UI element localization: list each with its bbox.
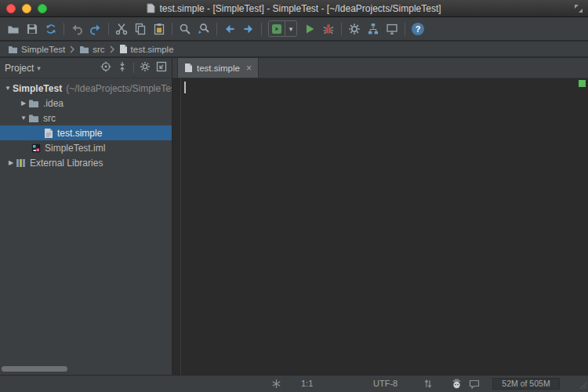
hide-panel-button[interactable] [156, 61, 167, 75]
magnifier-arrow-icon [198, 23, 210, 35]
window-title: test.simple - [SimpleTest] - SimpleTest … [159, 3, 441, 14]
breadcrumb-project[interactable]: SimpleTest [6, 45, 67, 54]
fullscreen-icon[interactable] [574, 4, 583, 13]
tree-row-test-simple[interactable]: test.simple [0, 125, 172, 140]
save-all-button[interactable] [23, 20, 42, 38]
memory-indicator[interactable]: 52M of 505M [492, 378, 560, 390]
editor-tab-bar: test.simple × [172, 58, 588, 78]
toolbar-separator [261, 23, 262, 35]
inspection-status-indicator[interactable] [579, 80, 586, 87]
tree-row-project-root[interactable]: ▼ SimpleTest (~/IdeaProjects/SimpleTest) [0, 81, 172, 96]
scroll-from-source-button[interactable] [100, 61, 111, 75]
cut-button[interactable] [112, 20, 131, 38]
settings-button[interactable] [345, 20, 364, 38]
export-button[interactable] [383, 20, 401, 38]
tab-label: test.simple [197, 64, 240, 73]
synchronize-button[interactable] [42, 20, 60, 38]
help-button[interactable]: ? [408, 20, 427, 38]
toolbar-separator [108, 23, 109, 35]
background-tasks-button[interactable] [271, 379, 281, 389]
copy-icon [134, 23, 147, 35]
library-icon [16, 158, 26, 168]
toolbar-separator [133, 63, 134, 73]
target-icon [100, 61, 111, 72]
monitor-icon [386, 23, 398, 35]
caret-position-label[interactable]: 1:1 [301, 376, 313, 392]
tree-row-external-libraries[interactable]: ▶ External Libraries [0, 155, 172, 170]
collapse-all-button[interactable] [117, 61, 128, 75]
forward-arrow-icon [242, 23, 255, 35]
zoom-window-button[interactable] [38, 4, 47, 13]
chevron-right-icon [110, 45, 114, 53]
editor-area: test.simple × [172, 58, 588, 375]
tree-row-src-folder[interactable]: ▼ src [0, 111, 172, 125]
hide-window-icon [156, 61, 167, 72]
breadcrumb-src[interactable]: src [78, 45, 106, 54]
bug-icon [322, 23, 335, 35]
undo-button[interactable] [67, 20, 86, 38]
tree-label: src [43, 113, 56, 124]
text-caret [184, 82, 186, 93]
collapse-all-icon [117, 61, 128, 72]
file-encoding-label[interactable]: UTF-8 [373, 376, 397, 392]
breadcrumb-label: src [93, 45, 104, 54]
navigation-bar: SimpleTest src test.simple [0, 42, 588, 57]
project-panel-header: Project ▾ [0, 58, 172, 78]
hierarchy-icon [367, 23, 379, 35]
line-separator-button[interactable] [423, 379, 433, 389]
project-tool-window: Project ▾ ▼ SimpleTest (~/IdeaProjects/S… [0, 58, 172, 375]
gear-icon [348, 23, 361, 35]
back-button[interactable] [220, 20, 239, 38]
minimize-window-button[interactable] [22, 4, 31, 13]
event-log-button[interactable] [469, 379, 480, 389]
inspections-profile-button[interactable] [452, 379, 462, 389]
gear-icon [140, 61, 151, 72]
resize-grip-icon[interactable] [578, 380, 587, 391]
expand-arrow-icon[interactable]: ▼ [19, 114, 28, 122]
hector-face-icon [452, 379, 462, 389]
close-window-button[interactable] [6, 4, 16, 13]
copy-button[interactable] [131, 20, 150, 38]
run-button[interactable] [300, 20, 319, 38]
folder-icon [28, 113, 39, 123]
panel-settings-button[interactable] [140, 61, 151, 75]
paste-button[interactable] [150, 20, 169, 38]
tree-label: test.simple [57, 128, 102, 139]
toolbar-separator [64, 23, 64, 35]
title-bar: test.simple - [SimpleTest] - SimpleTest … [0, 0, 588, 17]
open-button[interactable] [4, 20, 23, 38]
back-arrow-icon [223, 23, 236, 35]
expand-arrow-icon[interactable]: ▼ [3, 85, 13, 92]
window-title-group: test.simple - [SimpleTest] - SimpleTest … [147, 3, 441, 14]
tree-row-idea-folder[interactable]: ▶ .idea [0, 96, 172, 111]
project-view-selector[interactable]: Project [5, 63, 34, 74]
idea-window: test.simple - [SimpleTest] - SimpleTest … [0, 0, 588, 392]
tree-label: SimpleTest.iml [45, 143, 105, 154]
redo-button[interactable] [86, 20, 105, 38]
close-tab-icon[interactable]: × [246, 64, 252, 73]
breadcrumb-file[interactable]: test.simple [118, 44, 176, 54]
debug-button[interactable] [319, 20, 338, 38]
main-area: Project ▾ ▼ SimpleTest (~/IdeaProjects/S… [0, 58, 588, 375]
forward-button[interactable] [239, 20, 258, 38]
run-configuration-select[interactable]: ▾ [268, 20, 297, 37]
speech-bubble-icon [469, 379, 480, 389]
tree-label: .idea [43, 98, 64, 109]
floppy-disk-icon [26, 23, 38, 35]
folder-icon [28, 98, 39, 108]
find-button[interactable] [176, 20, 194, 38]
chevron-down-icon: ▾ [37, 64, 41, 72]
project-structure-button[interactable] [364, 20, 383, 38]
code-editor[interactable] [172, 78, 588, 375]
collapse-arrow-icon[interactable]: ▶ [19, 100, 28, 107]
open-folder-icon [7, 23, 20, 35]
tree-row-iml-file[interactable]: SimpleTest.iml [0, 140, 172, 155]
horizontal-scrollbar-thumb[interactable] [2, 366, 67, 372]
asterisk-icon [271, 379, 281, 389]
tree-label: External Libraries [30, 158, 103, 169]
redo-arrow-icon [89, 23, 102, 35]
replace-button[interactable] [194, 20, 213, 38]
play-icon [303, 23, 316, 35]
collapse-arrow-icon[interactable]: ▶ [6, 159, 16, 166]
tab-test-simple[interactable]: test.simple × [177, 58, 259, 78]
